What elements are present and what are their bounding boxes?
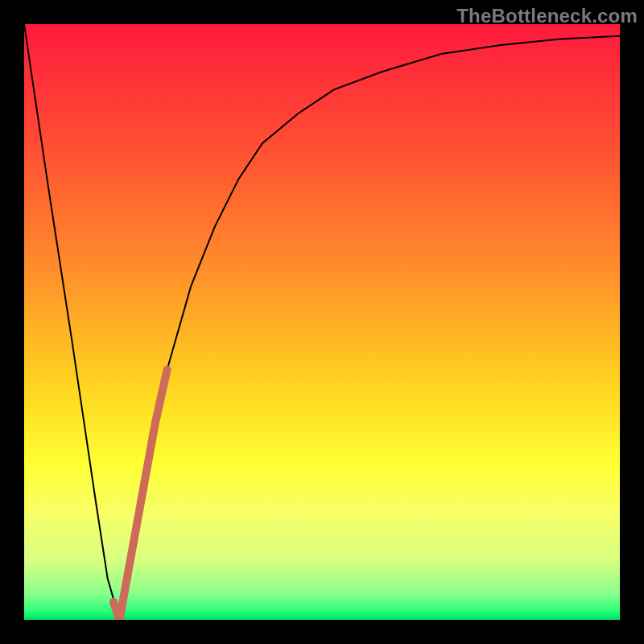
watermark-text: TheBottleneck.com (456, 5, 638, 27)
highlight-segment (114, 369, 167, 620)
curve-layer (24, 24, 620, 620)
chart-frame: TheBottleneck.com (0, 0, 644, 644)
plot-area (24, 24, 620, 620)
bottleneck-curve (24, 24, 620, 620)
